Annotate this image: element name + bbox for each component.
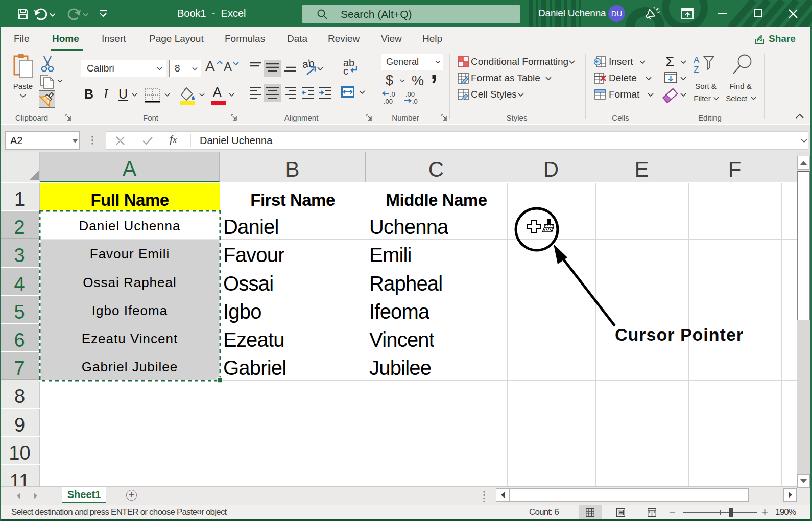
svg-text:.0: .0 xyxy=(412,98,418,105)
svg-text:A: A xyxy=(694,55,700,65)
svg-text:Z: Z xyxy=(694,65,699,75)
svg-text:.00: .00 xyxy=(384,98,393,105)
